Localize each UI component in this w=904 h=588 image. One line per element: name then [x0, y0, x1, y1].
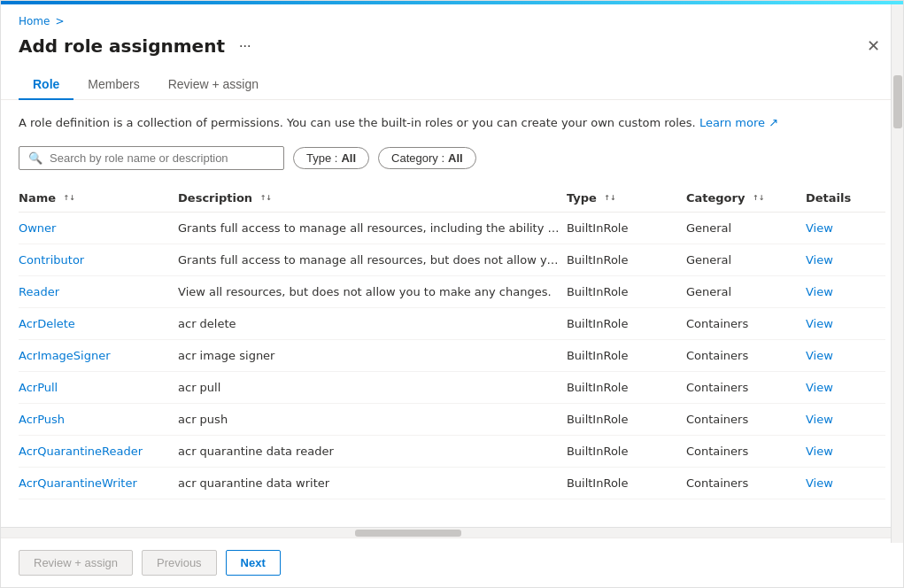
- role-name-link-3[interactable]: AcrDelete: [19, 317, 75, 330]
- search-box[interactable]: 🔍: [19, 146, 284, 170]
- category-filter-value: All: [448, 151, 463, 165]
- role-name-link-4[interactable]: AcrImageSigner: [19, 349, 111, 362]
- review-assign-button[interactable]: Review + assign: [19, 550, 133, 576]
- scrollbar-right[interactable]: [891, 4, 903, 543]
- close-button[interactable]: ✕: [862, 33, 885, 59]
- table-header: Name ↑↓ Description ↑↓ Type ↑↓ Category …: [19, 184, 885, 213]
- cell-name-3: AcrDelete: [19, 307, 178, 339]
- cell-type-2: BuiltInRole: [567, 275, 686, 307]
- view-link-3[interactable]: View: [806, 317, 833, 330]
- page-title: Add role assignment: [19, 35, 225, 57]
- type-filter-value: All: [341, 151, 356, 165]
- cell-name-0: Owner: [19, 212, 178, 244]
- col-description[interactable]: Description ↑↓: [178, 184, 567, 213]
- role-name-link-2[interactable]: Reader: [19, 285, 59, 298]
- cell-category-5: Containers: [686, 371, 806, 403]
- table-body: Owner Grants full access to manage all r…: [19, 212, 885, 499]
- cell-category-2: General: [686, 275, 806, 307]
- cell-type-8: BuiltInRole: [567, 467, 686, 499]
- view-link-7[interactable]: View: [806, 445, 833, 458]
- table-row: AcrImageSigner acr image signer BuiltInR…: [19, 339, 885, 371]
- view-link-6[interactable]: View: [806, 413, 833, 426]
- cell-name-4: AcrImageSigner: [19, 339, 178, 371]
- cell-details-3: View: [806, 307, 885, 339]
- category-filter-label: Category :: [391, 151, 444, 165]
- type-filter[interactable]: Type : All: [293, 147, 369, 169]
- sort-arrows-cat: ↑↓: [753, 195, 764, 202]
- view-link-4[interactable]: View: [806, 349, 833, 362]
- cell-category-1: General: [686, 244, 806, 275]
- previous-button[interactable]: Previous: [142, 550, 217, 576]
- cell-name-5: AcrPull: [19, 371, 178, 403]
- table-row: Contributor Grants full access to manage…: [19, 244, 885, 275]
- scrollbar-bottom[interactable]: [1, 527, 891, 538]
- roles-table: Name ↑↓ Description ↑↓ Type ↑↓ Category …: [19, 184, 885, 499]
- footer: Review + assign Previous Next: [1, 538, 903, 587]
- cell-description-2: View all resources, but does not allow y…: [178, 275, 567, 307]
- category-filter[interactable]: Category : All: [378, 147, 476, 169]
- cell-type-6: BuiltInRole: [567, 403, 686, 435]
- role-name-link-0[interactable]: Owner: [19, 221, 56, 235]
- cell-type-5: BuiltInRole: [567, 371, 686, 403]
- cell-category-7: Containers: [686, 435, 806, 467]
- col-type[interactable]: Type ↑↓: [567, 184, 686, 213]
- role-name-link-1[interactable]: Contributor: [19, 253, 84, 267]
- cell-description-4: acr image signer: [178, 339, 567, 371]
- content-area: A role definition is a collection of per…: [1, 100, 903, 538]
- cell-category-8: Containers: [686, 467, 806, 499]
- cell-description-3: acr delete: [178, 307, 567, 339]
- sort-arrows-desc: ↑↓: [260, 195, 272, 202]
- ellipsis-button[interactable]: ···: [234, 36, 256, 56]
- table-row: Owner Grants full access to manage all r…: [19, 212, 885, 244]
- col-name[interactable]: Name ↑↓: [19, 184, 178, 213]
- view-link-2[interactable]: View: [806, 285, 833, 298]
- role-name-link-6[interactable]: AcrPush: [19, 413, 65, 426]
- col-details: Details: [806, 184, 885, 213]
- search-input[interactable]: [50, 151, 274, 165]
- next-button[interactable]: Next: [226, 550, 281, 576]
- cell-details-4: View: [806, 339, 885, 371]
- cell-details-0: View: [806, 212, 885, 244]
- type-filter-label: Type :: [306, 151, 337, 165]
- view-link-8[interactable]: View: [806, 476, 833, 490]
- tab-review-assign[interactable]: Review + assign: [154, 70, 273, 100]
- breadcrumb-home[interactable]: Home: [19, 15, 50, 27]
- view-link-0[interactable]: View: [806, 221, 833, 235]
- scrollbar-thumb[interactable]: [893, 75, 902, 128]
- cell-type-7: BuiltInRole: [567, 435, 686, 467]
- table-row: AcrPush acr push BuiltInRole Containers …: [19, 403, 885, 435]
- breadcrumb-separator: >: [55, 15, 64, 27]
- role-name-link-7[interactable]: AcrQuarantineReader: [19, 445, 143, 458]
- cell-name-2: Reader: [19, 275, 178, 307]
- role-name-link-5[interactable]: AcrPull: [19, 381, 58, 394]
- col-category[interactable]: Category ↑↓: [686, 184, 806, 213]
- cell-category-3: Containers: [686, 307, 806, 339]
- cell-description-8: acr quarantine data writer: [178, 467, 567, 499]
- table-row: AcrDelete acr delete BuiltInRole Contain…: [19, 307, 885, 339]
- cell-description-0: Grants full access to manage all resourc…: [178, 212, 567, 244]
- learn-more-link[interactable]: Learn more ↗: [699, 116, 778, 129]
- cell-name-1: Contributor: [19, 244, 178, 275]
- view-link-1[interactable]: View: [806, 253, 833, 267]
- table-row: AcrQuarantineReader acr quarantine data …: [19, 435, 885, 467]
- cell-details-1: View: [806, 244, 885, 275]
- scrollbar-bottom-thumb[interactable]: [355, 530, 461, 537]
- cell-details-5: View: [806, 371, 885, 403]
- cell-category-4: Containers: [686, 339, 806, 371]
- description-text: A role definition is a collection of per…: [19, 114, 885, 132]
- tab-members[interactable]: Members: [73, 70, 153, 100]
- cell-name-6: AcrPush: [19, 403, 178, 435]
- cell-description-6: acr push: [178, 403, 567, 435]
- cell-category-6: Containers: [686, 403, 806, 435]
- table-row: AcrPull acr pull BuiltInRole Containers …: [19, 371, 885, 403]
- cell-type-4: BuiltInRole: [567, 339, 686, 371]
- view-link-5[interactable]: View: [806, 381, 833, 394]
- cell-type-1: BuiltInRole: [567, 244, 686, 275]
- cell-description-5: acr pull: [178, 371, 567, 403]
- search-icon: 🔍: [28, 151, 42, 165]
- cell-category-0: General: [686, 212, 806, 244]
- cell-type-3: BuiltInRole: [567, 307, 686, 339]
- cell-details-7: View: [806, 435, 885, 467]
- tab-role[interactable]: Role: [19, 70, 73, 100]
- role-name-link-8[interactable]: AcrQuarantineWriter: [19, 476, 137, 490]
